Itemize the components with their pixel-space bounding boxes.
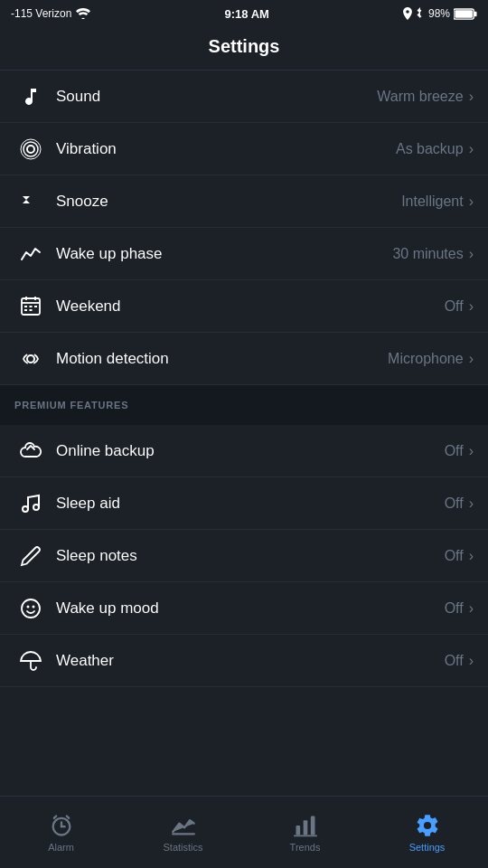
battery-icon bbox=[454, 8, 477, 20]
wakeup-mood-chevron: › bbox=[469, 600, 474, 617]
svg-rect-30 bbox=[310, 816, 314, 835]
svg-rect-14 bbox=[30, 309, 33, 311]
vibration-chevron: › bbox=[469, 141, 474, 157]
sound-chevron: › bbox=[469, 89, 474, 105]
alarm-tab-label: Alarm bbox=[48, 842, 74, 853]
sleep-notes-value: Off bbox=[445, 548, 464, 564]
snooze-value: Intelligent bbox=[401, 193, 464, 210]
svg-rect-28 bbox=[296, 826, 300, 835]
status-left: -115 Verizon bbox=[11, 7, 90, 20]
tab-settings[interactable]: Settings bbox=[366, 797, 488, 868]
settings-item-sound[interactable]: Sound Warm breeze › bbox=[0, 71, 488, 123]
face-icon bbox=[14, 598, 47, 619]
sleep-aid-chevron: › bbox=[469, 495, 474, 512]
alarm-tab-icon bbox=[49, 813, 74, 838]
signal-text: -115 Verizon bbox=[11, 7, 71, 20]
status-right: 98% bbox=[403, 7, 477, 20]
svg-point-17 bbox=[23, 506, 28, 512]
svg-rect-31 bbox=[294, 835, 317, 836]
page-title: Settings bbox=[0, 36, 488, 57]
svg-line-26 bbox=[66, 816, 68, 817]
trends-tab-label: Trends bbox=[290, 842, 321, 853]
settings-item-snooze[interactable]: Snooze Intelligent › bbox=[0, 175, 488, 228]
weekend-chevron: › bbox=[469, 298, 474, 315]
svg-point-3 bbox=[27, 146, 34, 153]
sound-label: Sound bbox=[47, 88, 377, 106]
settings-item-wakeup-phase[interactable]: Wake up phase 30 minutes › bbox=[0, 228, 488, 280]
location-icon bbox=[403, 7, 412, 20]
wakeup-mood-value: Off bbox=[445, 600, 464, 617]
settings-item-wakeup-mood[interactable]: Wake up mood Off › bbox=[0, 582, 488, 635]
premium-section-header: PREMIUM FEATURES bbox=[0, 385, 488, 425]
weekend-label: Weekend bbox=[47, 297, 445, 316]
settings-item-vibration[interactable]: Vibration As backup › bbox=[0, 123, 488, 175]
weather-chevron: › bbox=[469, 653, 474, 669]
online-backup-label: Online backup bbox=[47, 442, 445, 460]
settings-item-motion-detection[interactable]: Motion detection Microphone › bbox=[0, 333, 488, 385]
svg-point-21 bbox=[33, 605, 35, 608]
settings-list: Sound Warm breeze › Vibration As backup … bbox=[0, 71, 488, 385]
svg-point-20 bbox=[27, 605, 30, 608]
calendar-icon bbox=[14, 296, 47, 317]
weekend-value: Off bbox=[445, 298, 464, 315]
svg-point-19 bbox=[22, 599, 40, 618]
umbrella-icon bbox=[14, 650, 47, 672]
music-note-icon bbox=[14, 493, 47, 514]
svg-rect-12 bbox=[34, 306, 37, 307]
trends-tab-icon bbox=[293, 813, 318, 838]
svg-point-4 bbox=[23, 142, 38, 156]
music-icon bbox=[14, 86, 47, 108]
wakeup-icon bbox=[14, 243, 47, 265]
cloud-icon bbox=[14, 440, 47, 462]
tab-statistics[interactable]: Statistics bbox=[122, 797, 244, 868]
premium-label: PREMIUM FEATURES bbox=[14, 400, 128, 410]
sound-value: Warm breeze bbox=[377, 89, 463, 105]
svg-rect-27 bbox=[172, 833, 195, 835]
motion-detection-chevron: › bbox=[469, 351, 474, 367]
battery-text: 98% bbox=[428, 7, 450, 20]
settings-tab-icon bbox=[415, 813, 440, 838]
settings-item-sleep-notes[interactable]: Sleep notes Off › bbox=[0, 530, 488, 582]
online-backup-chevron: › bbox=[469, 443, 474, 459]
motion-detection-value: Microphone bbox=[388, 351, 464, 367]
settings-item-online-backup[interactable]: Online backup Off › bbox=[0, 425, 488, 477]
weather-value: Off bbox=[445, 653, 464, 669]
weather-label: Weather bbox=[47, 652, 445, 670]
statistics-tab-icon bbox=[171, 813, 196, 838]
wakeup-phase-label: Wake up phase bbox=[47, 245, 392, 263]
sleep-aid-label: Sleep aid bbox=[47, 495, 445, 513]
sleep-notes-chevron: › bbox=[469, 548, 474, 564]
page-title-bar: Settings bbox=[0, 27, 488, 71]
svg-line-25 bbox=[53, 816, 55, 817]
tab-bar: Alarm Statistics Trends Settings bbox=[0, 796, 488, 868]
tab-alarm[interactable]: Alarm bbox=[0, 797, 122, 868]
svg-rect-13 bbox=[24, 309, 27, 311]
vibration-label: Vibration bbox=[47, 140, 396, 158]
motion-detection-label: Motion detection bbox=[47, 350, 388, 368]
svg-rect-29 bbox=[303, 820, 307, 835]
settings-tab-label: Settings bbox=[409, 842, 446, 853]
svg-rect-11 bbox=[30, 306, 33, 307]
motion-icon bbox=[14, 348, 47, 370]
vibration-value: As backup bbox=[396, 141, 464, 157]
settings-item-weekend[interactable]: Weekend Off › bbox=[0, 280, 488, 333]
pen-icon bbox=[14, 545, 47, 567]
statistics-tab-label: Statistics bbox=[163, 842, 202, 853]
settings-item-sleep-aid[interactable]: Sleep aid Off › bbox=[0, 477, 488, 530]
vibration-icon bbox=[14, 138, 47, 160]
sleep-notes-label: Sleep notes bbox=[47, 547, 445, 565]
wakeup-phase-value: 30 minutes bbox=[392, 246, 463, 262]
tab-trends[interactable]: Trends bbox=[244, 797, 366, 868]
svg-point-15 bbox=[27, 355, 34, 363]
snooze-label: Snooze bbox=[47, 193, 401, 211]
svg-point-18 bbox=[33, 505, 39, 510]
online-backup-value: Off bbox=[445, 443, 464, 459]
status-time: 9:18 AM bbox=[224, 7, 268, 21]
status-bar: -115 Verizon 9:18 AM 98% bbox=[0, 0, 488, 27]
svg-rect-1 bbox=[455, 10, 473, 17]
snooze-chevron: › bbox=[469, 193, 474, 210]
sleep-aid-value: Off bbox=[445, 495, 464, 512]
premium-settings-list: Online backup Off › Sleep aid Off › Slee… bbox=[0, 425, 488, 687]
wakeup-phase-chevron: › bbox=[469, 246, 474, 262]
settings-item-weather[interactable]: Weather Off › bbox=[0, 635, 488, 687]
